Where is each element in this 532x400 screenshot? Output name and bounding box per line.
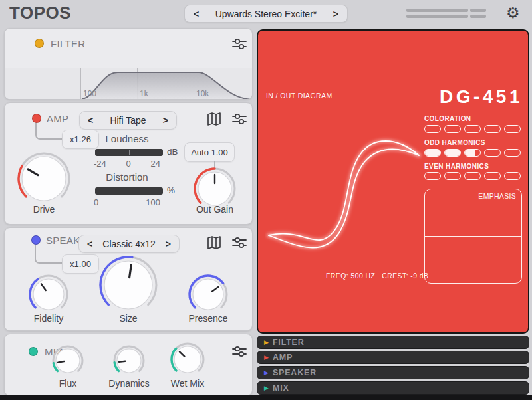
amp-map-icon[interactable] — [206, 112, 222, 129]
fidelity-knob[interactable] — [27, 273, 70, 318]
loudness-scale-min: -24 — [94, 159, 106, 169]
speaker-enable-led[interactable] — [31, 235, 41, 245]
flux-knob[interactable] — [51, 344, 85, 381]
filter-title: FILTER — [51, 38, 85, 49]
coloration-label: COLORATION — [424, 115, 471, 122]
odd-harmonics-label: ODD HARMONICS — [424, 139, 485, 146]
loudness-slider[interactable] — [95, 149, 163, 156]
output-level-meter — [406, 9, 486, 20]
preset-prev-icon[interactable]: < — [194, 9, 199, 19]
speaker-model-prev-icon[interactable]: < — [87, 239, 92, 249]
distortion-scale-max: 100 — [146, 197, 160, 207]
amp-panel: AMP < Hifi Tape > x1.26 Loudness dB -24 … — [4, 102, 253, 225]
amp-model-name: Hifi Tape — [110, 115, 146, 126]
filter-panel: FILTER 100 1k 10 — [4, 28, 253, 100]
distortion-scale-min: 0 — [94, 197, 98, 207]
emphasis-label: EMPHASIS — [478, 192, 516, 200]
preset-next-icon[interactable]: > — [333, 9, 338, 19]
drive-knob-label: Drive — [17, 204, 70, 215]
expander-filter-label: FILTER — [273, 338, 305, 347]
speaker-advanced-sliders-icon[interactable] — [231, 236, 247, 252]
speaker-map-icon[interactable] — [206, 235, 222, 252]
mix-enable-led[interactable] — [29, 347, 38, 356]
meter-bar-left — [406, 9, 468, 12]
dynamics-knob[interactable] — [112, 344, 146, 381]
amp-model-next-icon[interactable]: > — [163, 115, 168, 126]
presence-knob[interactable] — [187, 273, 229, 318]
odd-harmonics-indicator — [424, 149, 521, 157]
distortion-unit: % — [167, 185, 175, 195]
settings-gear-icon[interactable]: ⚙ — [506, 3, 520, 22]
expander-speaker-label: SPEAKER — [273, 368, 317, 377]
mix-expand-triangle-icon: ▶ — [264, 385, 269, 391]
signal-readout: FREQ: 500 HZ CREST: -9 dB — [326, 272, 459, 280]
transfer-curve — [265, 96, 424, 282]
expander-mix-label: MIX — [273, 383, 289, 393]
size-knob[interactable] — [98, 254, 159, 318]
filter-expand-triangle-icon: ▶ — [264, 340, 269, 346]
preset-name: Upwards Stereo Exciter* — [215, 9, 317, 19]
distortion-label: Distortion — [71, 171, 183, 183]
presence-knob-label: Presence — [182, 313, 235, 324]
speaker-model-selector[interactable]: < Classic 4x12 > — [78, 235, 180, 253]
size-knob-label: Size — [102, 313, 155, 324]
meter-peak-left — [470, 9, 486, 12]
device-display-panel: IN / OUT DIAGRAM DG-451 COLORATION ODD H… — [257, 29, 529, 334]
mix-panel: MIX Flux Dynamics Wet Mix — [4, 334, 253, 396]
speaker-led-connector — [35, 245, 62, 264]
loudness-unit: dB — [167, 147, 178, 157]
wet-mix-knob[interactable] — [169, 341, 206, 381]
amp-led-connector — [35, 123, 62, 140]
speaker-model-name: Classic 4x12 — [102, 239, 155, 249]
filter-enable-led[interactable] — [35, 39, 44, 48]
amp-model-prev-icon[interactable]: < — [88, 115, 93, 126]
tick-1k: 1k — [140, 89, 148, 98]
dynamics-knob-label: Dynamics — [102, 378, 156, 389]
coloration-indicator — [424, 125, 521, 133]
meter-peak-right — [470, 15, 486, 18]
drive-knob[interactable] — [16, 151, 72, 209]
window-bottom-edge — [0, 395, 532, 400]
filter-curve — [5, 68, 252, 99]
loudness-label: Loudness — [71, 133, 183, 144]
expander-row-speaker[interactable]: ▶ SPEAKER — [257, 366, 529, 379]
filter-advanced-sliders-icon[interactable] — [231, 37, 247, 53]
device-model-name: DG-451 — [423, 86, 523, 108]
amp-model-selector[interactable]: < Hifi Tape > — [79, 111, 177, 130]
amp-advanced-sliders-icon[interactable] — [231, 112, 247, 128]
amp-expand-triangle-icon: ▶ — [264, 355, 269, 361]
meter-bar-right — [406, 15, 468, 18]
emphasis-divider — [425, 236, 521, 237]
expander-row-mix[interactable]: ▶ MIX — [257, 381, 529, 395]
crest-readout: CREST: -9 dB — [382, 272, 428, 280]
loudness-scale-mid: 0 — [126, 159, 131, 169]
fidelity-knob-label: Fidelity — [22, 313, 75, 324]
even-harmonics-label: EVEN HARMONICS — [424, 163, 489, 170]
preset-selector[interactable]: < Upwards Stereo Exciter* > — [184, 5, 348, 23]
loudness-scale-max: 24 — [151, 159, 160, 169]
distortion-slider[interactable] — [95, 187, 163, 195]
speaker-multiplier-badge[interactable]: x1.00 — [62, 254, 99, 274]
speaker-expand-triangle-icon: ▶ — [264, 370, 269, 376]
plugin-window: TOPOS < Upwards Stereo Exciter* > ⚙ FILT… — [0, 0, 532, 400]
amp-enable-led[interactable] — [32, 114, 41, 123]
auto-gain-button[interactable]: Auto 1.00 — [184, 142, 235, 162]
tick-100: 100 — [83, 89, 96, 98]
wet-mix-knob-label: Wet Mix — [161, 378, 214, 389]
out-gain-knob-label: Out Gain — [188, 204, 241, 215]
mix-advanced-sliders-icon[interactable] — [231, 345, 247, 361]
expander-row-amp[interactable]: ▶ AMP — [257, 351, 529, 364]
expander-row-filter[interactable]: ▶ FILTER — [257, 336, 529, 349]
expander-amp-label: AMP — [273, 353, 293, 362]
filter-response-graph[interactable]: 100 1k 10k — [5, 68, 252, 99]
even-harmonics-indicator — [424, 172, 521, 180]
tick-10k: 10k — [196, 89, 209, 98]
emphasis-display: EMPHASIS — [424, 189, 522, 284]
speaker-panel: SPEAKER < Classic 4x12 > x1.00 Fidelity … — [4, 227, 253, 331]
speaker-model-next-icon[interactable]: > — [166, 239, 171, 249]
freq-readout: FREQ: 500 HZ — [326, 272, 375, 280]
flux-knob-label: Flux — [41, 378, 94, 389]
app-title: TOPOS — [9, 3, 71, 23]
